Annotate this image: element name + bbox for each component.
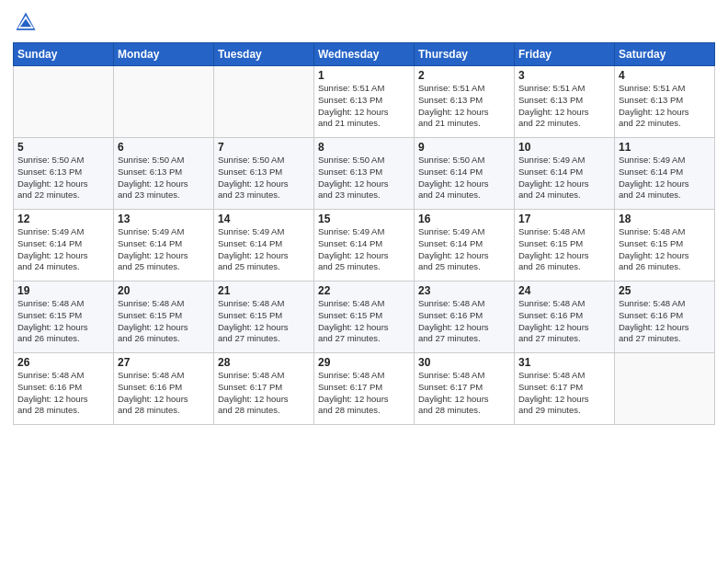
page: SundayMondayTuesdayWednesdayThursdayFrid… — [0, 0, 728, 563]
weekday-header-tuesday: Tuesday — [214, 43, 314, 66]
day-info: Sunrise: 5:48 AMSunset: 6:15 PMDaylight:… — [218, 298, 310, 345]
weekday-header-sunday: Sunday — [14, 43, 114, 66]
day-number: 20 — [118, 284, 210, 297]
calendar-cell — [14, 66, 114, 138]
day-info: Sunrise: 5:50 AMSunset: 6:13 PMDaylight:… — [17, 155, 109, 201]
calendar-cell — [214, 66, 314, 138]
day-info: Sunrise: 5:48 AMSunset: 6:16 PMDaylight:… — [118, 370, 210, 417]
calendar-cell: 14Sunrise: 5:49 AMSunset: 6:14 PMDayligh… — [214, 210, 314, 282]
day-number: 11 — [619, 141, 711, 154]
day-info: Sunrise: 5:50 AMSunset: 6:13 PMDaylight:… — [318, 155, 410, 201]
day-number: 18 — [619, 213, 711, 225]
calendar-cell — [114, 66, 214, 138]
day-number: 28 — [218, 356, 310, 369]
calendar-cell: 7Sunrise: 5:50 AMSunset: 6:13 PMDaylight… — [214, 138, 314, 210]
day-number: 14 — [218, 213, 310, 225]
calendar-cell: 23Sunrise: 5:48 AMSunset: 6:16 PMDayligh… — [415, 282, 515, 353]
weekday-header-wednesday: Wednesday — [314, 43, 415, 66]
weekday-header-saturday: Saturday — [615, 43, 715, 66]
calendar-cell: 21Sunrise: 5:48 AMSunset: 6:15 PMDayligh… — [214, 282, 314, 353]
calendar-cell: 17Sunrise: 5:48 AMSunset: 6:15 PMDayligh… — [515, 210, 615, 282]
day-info: Sunrise: 5:49 AMSunset: 6:14 PMDaylight:… — [518, 155, 610, 201]
day-info: Sunrise: 5:49 AMSunset: 6:14 PMDaylight:… — [619, 155, 711, 201]
day-number: 12 — [17, 213, 109, 225]
calendar-cell: 5Sunrise: 5:50 AMSunset: 6:13 PMDaylight… — [14, 138, 114, 210]
calendar-cell: 22Sunrise: 5:48 AMSunset: 6:15 PMDayligh… — [314, 282, 415, 353]
calendar-cell: 8Sunrise: 5:50 AMSunset: 6:13 PMDaylight… — [314, 138, 415, 210]
calendar-cell: 31Sunrise: 5:48 AMSunset: 6:17 PMDayligh… — [515, 353, 615, 425]
calendar-cell: 4Sunrise: 5:51 AMSunset: 6:13 PMDaylight… — [615, 66, 715, 138]
day-number: 3 — [518, 69, 610, 82]
day-number: 25 — [619, 284, 711, 297]
day-info: Sunrise: 5:48 AMSunset: 6:16 PMDaylight:… — [518, 298, 610, 345]
day-info: Sunrise: 5:48 AMSunset: 6:15 PMDaylight:… — [318, 298, 410, 345]
day-info: Sunrise: 5:48 AMSunset: 6:16 PMDaylight:… — [418, 298, 510, 345]
day-number: 6 — [118, 141, 210, 154]
day-info: Sunrise: 5:50 AMSunset: 6:13 PMDaylight:… — [118, 155, 210, 201]
day-info: Sunrise: 5:51 AMSunset: 6:13 PMDaylight:… — [418, 83, 510, 130]
day-info: Sunrise: 5:51 AMSunset: 6:13 PMDaylight:… — [318, 83, 410, 130]
logo — [13, 9, 42, 35]
day-number: 23 — [418, 284, 510, 297]
day-number: 5 — [17, 141, 109, 154]
calendar-week-row: 26Sunrise: 5:48 AMSunset: 6:16 PMDayligh… — [14, 353, 715, 425]
day-info: Sunrise: 5:48 AMSunset: 6:17 PMDaylight:… — [518, 370, 610, 417]
day-info: Sunrise: 5:48 AMSunset: 6:16 PMDaylight:… — [619, 298, 711, 345]
day-info: Sunrise: 5:49 AMSunset: 6:14 PMDaylight:… — [318, 226, 410, 273]
calendar-cell: 18Sunrise: 5:48 AMSunset: 6:15 PMDayligh… — [615, 210, 715, 282]
calendar-cell: 9Sunrise: 5:50 AMSunset: 6:14 PMDaylight… — [415, 138, 515, 210]
day-number: 1 — [318, 69, 410, 82]
weekday-header-thursday: Thursday — [415, 43, 515, 66]
day-number: 10 — [518, 141, 610, 154]
calendar-week-row: 1Sunrise: 5:51 AMSunset: 6:13 PMDaylight… — [14, 66, 715, 138]
day-number: 31 — [518, 356, 610, 369]
day-info: Sunrise: 5:50 AMSunset: 6:13 PMDaylight:… — [218, 155, 310, 201]
calendar-cell: 19Sunrise: 5:48 AMSunset: 6:15 PMDayligh… — [14, 282, 114, 353]
calendar-table: SundayMondayTuesdayWednesdayThursdayFrid… — [13, 42, 715, 425]
day-info: Sunrise: 5:49 AMSunset: 6:14 PMDaylight:… — [418, 226, 510, 273]
day-number: 15 — [318, 213, 410, 225]
calendar-cell: 13Sunrise: 5:49 AMSunset: 6:14 PMDayligh… — [114, 210, 214, 282]
calendar-cell — [615, 353, 715, 425]
weekday-header-row: SundayMondayTuesdayWednesdayThursdayFrid… — [14, 43, 715, 66]
day-info: Sunrise: 5:51 AMSunset: 6:13 PMDaylight:… — [518, 83, 610, 130]
calendar-cell: 10Sunrise: 5:49 AMSunset: 6:14 PMDayligh… — [515, 138, 615, 210]
day-number: 4 — [619, 69, 711, 82]
day-info: Sunrise: 5:48 AMSunset: 6:15 PMDaylight:… — [518, 226, 610, 273]
header — [13, 9, 715, 35]
day-info: Sunrise: 5:49 AMSunset: 6:14 PMDaylight:… — [17, 226, 109, 273]
day-info: Sunrise: 5:48 AMSunset: 6:17 PMDaylight:… — [318, 370, 410, 417]
calendar-cell: 30Sunrise: 5:48 AMSunset: 6:17 PMDayligh… — [415, 353, 515, 425]
calendar-week-row: 19Sunrise: 5:48 AMSunset: 6:15 PMDayligh… — [14, 282, 715, 353]
day-number: 26 — [17, 356, 109, 369]
day-number: 13 — [118, 213, 210, 225]
day-number: 21 — [218, 284, 310, 297]
day-info: Sunrise: 5:48 AMSunset: 6:16 PMDaylight:… — [17, 370, 109, 417]
day-info: Sunrise: 5:51 AMSunset: 6:13 PMDaylight:… — [619, 83, 711, 130]
calendar-cell: 26Sunrise: 5:48 AMSunset: 6:16 PMDayligh… — [14, 353, 114, 425]
calendar-cell: 28Sunrise: 5:48 AMSunset: 6:17 PMDayligh… — [214, 353, 314, 425]
day-number: 19 — [17, 284, 109, 297]
calendar-cell: 20Sunrise: 5:48 AMSunset: 6:15 PMDayligh… — [114, 282, 214, 353]
calendar-cell: 3Sunrise: 5:51 AMSunset: 6:13 PMDaylight… — [515, 66, 615, 138]
weekday-header-monday: Monday — [114, 43, 214, 66]
day-number: 9 — [418, 141, 510, 154]
day-number: 2 — [418, 69, 510, 82]
day-info: Sunrise: 5:50 AMSunset: 6:14 PMDaylight:… — [418, 155, 510, 201]
day-number: 30 — [418, 356, 510, 369]
calendar-week-row: 5Sunrise: 5:50 AMSunset: 6:13 PMDaylight… — [14, 138, 715, 210]
day-number: 24 — [518, 284, 610, 297]
calendar-cell: 16Sunrise: 5:49 AMSunset: 6:14 PMDayligh… — [415, 210, 515, 282]
day-number: 27 — [118, 356, 210, 369]
calendar-cell: 2Sunrise: 5:51 AMSunset: 6:13 PMDaylight… — [415, 66, 515, 138]
day-number: 17 — [518, 213, 610, 225]
calendar-week-row: 12Sunrise: 5:49 AMSunset: 6:14 PMDayligh… — [14, 210, 715, 282]
calendar-cell: 12Sunrise: 5:49 AMSunset: 6:14 PMDayligh… — [14, 210, 114, 282]
calendar-cell: 25Sunrise: 5:48 AMSunset: 6:16 PMDayligh… — [615, 282, 715, 353]
day-number: 29 — [318, 356, 410, 369]
day-info: Sunrise: 5:48 AMSunset: 6:15 PMDaylight:… — [17, 298, 109, 345]
calendar-cell: 24Sunrise: 5:48 AMSunset: 6:16 PMDayligh… — [515, 282, 615, 353]
day-info: Sunrise: 5:49 AMSunset: 6:14 PMDaylight:… — [218, 226, 310, 273]
calendar-cell: 6Sunrise: 5:50 AMSunset: 6:13 PMDaylight… — [114, 138, 214, 210]
day-info: Sunrise: 5:48 AMSunset: 6:15 PMDaylight:… — [619, 226, 711, 273]
